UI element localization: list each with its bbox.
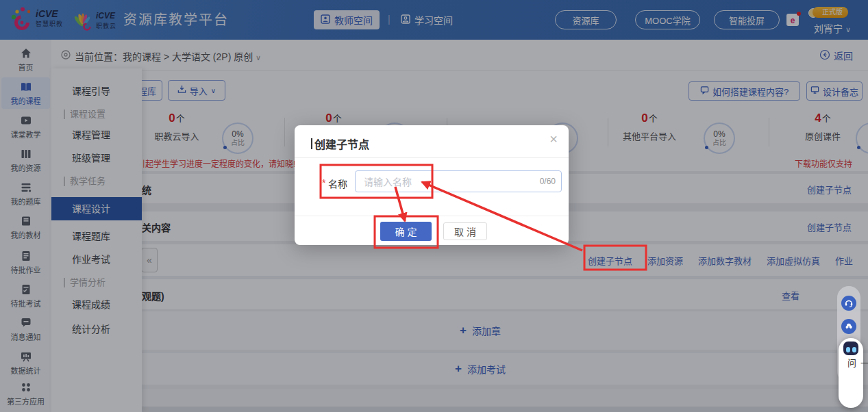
create-child-node-dialog: 创建子节点 × * 名称 0/60 确 定 取 消 bbox=[295, 125, 569, 245]
robot-eye bbox=[846, 347, 850, 352]
confirm-button[interactable]: 确 定 bbox=[380, 222, 432, 241]
required-mark: * bbox=[322, 177, 325, 188]
dialog-title-bar bbox=[311, 138, 312, 149]
dialog-divider bbox=[295, 216, 569, 216]
name-input-wrap: 0/60 bbox=[355, 170, 562, 192]
robot-avatar-icon[interactable] bbox=[842, 340, 860, 357]
robot-eye bbox=[852, 347, 856, 352]
assistant-label[interactable]: 职教一问 bbox=[845, 359, 868, 371]
app-root: iCVE 智慧职教 iCVE 职教云 资源库教学平台 教师空间 | bbox=[0, 0, 868, 412]
cloud-download-icon[interactable] bbox=[841, 319, 856, 334]
close-icon[interactable]: × bbox=[549, 132, 558, 146]
customer-service-icon[interactable] bbox=[841, 296, 856, 311]
name-field-label: 名称 bbox=[328, 177, 347, 190]
dialog-title-row: 创建子节点 bbox=[311, 136, 369, 152]
cancel-button[interactable]: 取 消 bbox=[443, 222, 487, 240]
dialog-title: 创建子节点 bbox=[314, 136, 369, 152]
name-input[interactable] bbox=[362, 172, 523, 192]
char-counter: 0/60 bbox=[540, 177, 556, 186]
dialog-divider bbox=[295, 157, 569, 158]
